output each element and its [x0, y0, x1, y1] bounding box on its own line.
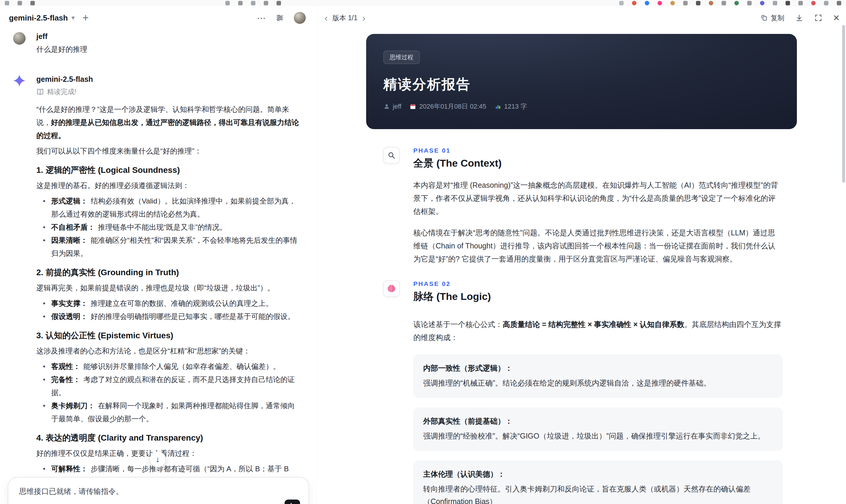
menubar-status-icon[interactable]: [722, 1, 726, 5]
user-avatar[interactable]: [294, 12, 306, 24]
menubar-status-icon[interactable]: [696, 1, 701, 5]
report-badge: 思维过程: [383, 51, 420, 64]
meta-word-count: 1213 字: [495, 102, 527, 111]
list-item: 形式逻辑：结构必须有效（Valid）。比如演绎推理中，如果前提全部为真，那么通过…: [36, 195, 300, 221]
list-item: 不自相矛盾：推理链条中不能出现“既是又非”的情况。: [36, 221, 300, 234]
scroll-to-bottom-button[interactable]: ↓: [150, 451, 166, 467]
menubar-left: [5, 1, 35, 5]
phase-1-icon-box: [383, 147, 400, 164]
report-sections: PHASE 01 全景 (The Context) 本内容是对“推理 (Reas…: [366, 147, 797, 504]
phase-label: PHASE 02: [413, 280, 782, 287]
list-item: 事实支撑：推理建立在可靠的数据、准确的观测或公认的真理之上。: [36, 297, 300, 310]
menubar-app-icon[interactable]: [251, 1, 255, 5]
menubar-app-icon[interactable]: [277, 1, 281, 5]
chevron-down-icon: ▾: [71, 14, 75, 22]
menubar-status-icon[interactable]: [747, 1, 752, 5]
menubar-status-icon[interactable]: [798, 1, 803, 5]
more-options-button[interactable]: ⋯: [257, 13, 266, 23]
dimension-card: 外部真实性（前提基础）： 强调推理的“经验校准”。解决“GIGO（垃圾进，垃圾出…: [413, 408, 782, 451]
list-item: 因果清晰：能准确区分“相关性”和“因果关系”，不会轻率地将先后发生的事情归为因果…: [36, 234, 300, 260]
menubar-status-icon[interactable]: [657, 1, 662, 5]
phase-section-2: PHASE 02 脉络 (The Logic) 该论述基于一个核心公式：高质量结…: [366, 280, 797, 504]
tune-icon: [275, 13, 284, 22]
paragraph: 这涉及推理者的心态和方法论，也是区分“杠精”和“思想家”的关键：: [36, 344, 300, 358]
phase-title: 脉络 (The Logic): [413, 290, 782, 304]
menubar-app-icon[interactable]: [5, 1, 9, 5]
brain-icon: [387, 284, 396, 293]
menubar-middle: [225, 1, 281, 5]
list-item: 假设透明：好的推理会明确指明哪些是已知事实，哪些是基于可能的假设。: [36, 310, 300, 323]
menubar-status-icon[interactable]: [786, 1, 790, 5]
menubar-status-icon[interactable]: [824, 1, 828, 5]
version-label: 版本 1/1: [333, 13, 357, 23]
phase-2-icon-box: [383, 280, 400, 297]
menubar-app-icon[interactable]: [225, 1, 230, 5]
menubar-app-icon[interactable]: [30, 1, 35, 5]
artifact-toolbar: ‹ 版本 1/1 › 复制: [317, 6, 846, 30]
window-scrollbar[interactable]: [842, 25, 845, 183]
model-selector[interactable]: gemini-2.5-flash ▾: [9, 13, 75, 23]
paragraph: 核心情境在于解决“思考的随意性”问题。不论是人类通过批判性思维进行决策，还是大语…: [413, 226, 782, 265]
paragraph: 我们可以从以下四个维度来衡量什么是“好的推理”：: [36, 145, 300, 158]
gemini-star-icon: [13, 74, 25, 88]
bullet-list: 可解释性：步骤清晰，每一步推导都有迹可循（“因为 A，所以 B；基于 B: [36, 462, 300, 475]
paragraph: 逻辑再完美，如果前提是错误的，推理也是垃圾（即“垃圾进，垃圾出”）。: [36, 282, 300, 294]
book-icon: [36, 88, 44, 96]
assistant-status-line: 精读完成!: [36, 87, 307, 96]
menubar-status-icon[interactable]: [670, 1, 675, 5]
prev-version-button[interactable]: ‹: [324, 13, 328, 23]
chat-panel: gemini-2.5-flash ▾ + ⋯: [0, 6, 317, 504]
menubar-status-icon[interactable]: [632, 1, 636, 5]
menubar-app-icon[interactable]: [264, 1, 268, 5]
voice-input-button[interactable]: [285, 500, 300, 504]
assistant-message-sender: gemini-2.5-flash: [36, 75, 307, 84]
menubar-status-icon[interactable]: [709, 1, 713, 5]
user-message-sender: jeff: [36, 32, 307, 41]
dimension-cards: 内部一致性（形式逻辑）： 强调推理的“机械正确”。结论必须在给定的规则系统内逻辑…: [413, 355, 782, 504]
user-message-text: 什么是好的推理: [36, 44, 307, 54]
search-icon: [387, 151, 396, 160]
close-button[interactable]: ×: [833, 13, 840, 23]
list-item: 完备性：考虑了对立的观点和潜在的反证，而不是只选择支持自己结论的证据。: [36, 373, 300, 399]
menubar-app-icon[interactable]: [18, 1, 22, 5]
phase-label: PHASE 01: [413, 147, 782, 154]
model-name: gemini-2.5-flash: [9, 13, 68, 23]
menubar-status-icon[interactable]: [645, 1, 649, 5]
chat-message-list[interactable]: jeff 什么是好的推理: [0, 30, 316, 504]
next-version-button[interactable]: ›: [362, 13, 366, 23]
user-message-avatar: [13, 32, 25, 44]
bullet-list: 形式逻辑：结构必须有效（Valid）。比如演绎推理中，如果前提全部为真，那么通过…: [36, 195, 300, 260]
menubar-app-icon[interactable]: [238, 1, 243, 5]
menubar-status-icon[interactable]: [619, 1, 624, 5]
menubar-status-icon[interactable]: [683, 1, 688, 5]
download-button[interactable]: [795, 14, 804, 22]
assistant-status-text: 精读完成!: [47, 87, 76, 96]
chat-header: gemini-2.5-flash ▾ + ⋯: [0, 6, 316, 30]
report-title: 精读分析报告: [383, 75, 780, 94]
report-meta: jeff 2026年01月08日 02:45: [383, 102, 780, 111]
message-composer[interactable]: 思维接口已就绪，请传输指令。 +: [8, 477, 309, 504]
paragraph: 本内容是对“推理 (Reasoning)”这一抽象概念的高层建模。在知识爆炸与人…: [413, 179, 782, 218]
system-menubar: [0, 0, 846, 6]
menubar-status-icon[interactable]: [760, 1, 764, 5]
fullscreen-button[interactable]: [814, 14, 823, 22]
new-chat-button[interactable]: +: [83, 13, 89, 23]
artifact-content[interactable]: 思维过程 精读分析报告 jeff: [317, 30, 846, 504]
section-heading: 3. 认知的公正性 (Epistemic Virtues): [36, 329, 300, 342]
main-layout: gemini-2.5-flash ▾ + ⋯: [0, 6, 846, 504]
menubar-status-icon[interactable]: [811, 1, 816, 5]
dimension-card: 主体伦理（认识美德）： 转向推理者的心理特征。引入奥卡姆剃刀和反向论证，旨在克服…: [413, 461, 782, 504]
assistant-message-body: “什么是好的推理？”这是一个涉及逻辑学、认知科学和哲学核心的问题。简单来说，好的…: [36, 103, 300, 475]
copy-button[interactable]: 复制: [761, 13, 785, 23]
menubar-status-icon[interactable]: [773, 1, 777, 5]
list-item: 奥卡姆剃刀：在解释同一个现象时，如果两种推理都能站得住脚，通常倾向于最简单、假设…: [36, 399, 300, 426]
menubar-status-icon[interactable]: [734, 1, 739, 5]
meta-date: 2026年01月08日 02:45: [410, 102, 486, 111]
bullet-list: 客观性：能够识别并尽量排除个人偏见（如幸存者偏差、确认偏差）。 完备性：考虑了对…: [36, 360, 300, 426]
section-heading: 2. 前提的真实性 (Grounding in Truth): [36, 266, 300, 279]
menubar-status-icon[interactable]: [837, 1, 841, 5]
bar-chart-icon: [495, 103, 501, 110]
tune-settings-button[interactable]: [275, 13, 284, 22]
user-message: jeff 什么是好的推理: [14, 32, 307, 54]
section-heading: 1. 逻辑的严密性 (Logical Soundness): [36, 164, 300, 177]
